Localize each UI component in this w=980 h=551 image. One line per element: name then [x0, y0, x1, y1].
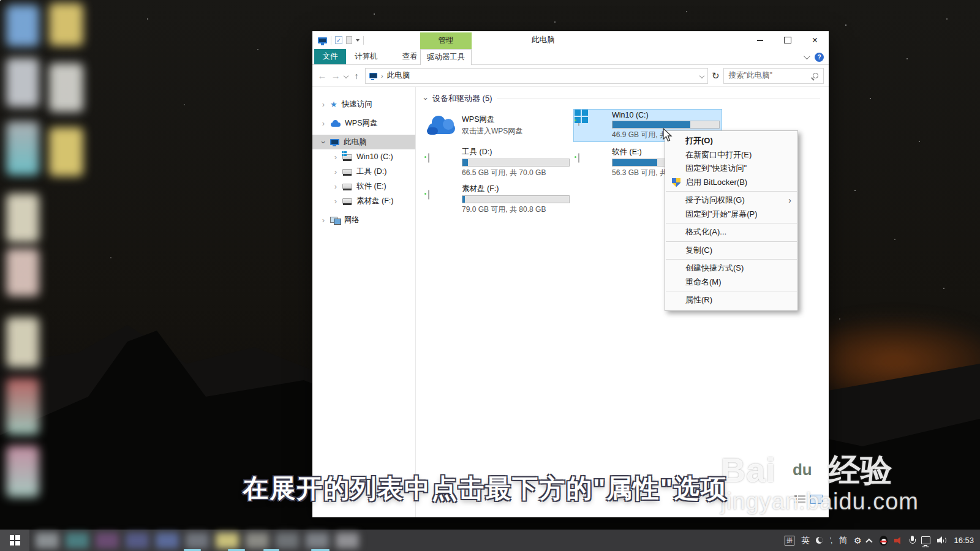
- menu-item-pin-quick-access[interactable]: 固定到"快速访问": [665, 162, 797, 176]
- menu-item-pin-to-start[interactable]: 固定到"开始"屏幕(P): [665, 208, 797, 222]
- tab-drive-tools[interactable]: 驱动器工具: [420, 49, 472, 65]
- back-icon[interactable]: ←: [317, 70, 327, 81]
- chevron-right-icon[interactable]: ›: [321, 119, 326, 128]
- uac-shield-icon: [672, 178, 680, 187]
- drive-icon: [428, 154, 455, 171]
- sidebar-item-drive-c[interactable]: › Win10 (C:): [312, 149, 415, 164]
- desktop-icon-blurred[interactable]: [6, 446, 39, 497]
- sidebar-item-drive-e[interactable]: › 软件 (E:): [312, 179, 415, 193]
- chevron-right-icon[interactable]: ›: [333, 182, 338, 191]
- search-input[interactable]: 搜索"此电脑": [723, 68, 824, 84]
- desktop-icon-blurred[interactable]: [6, 249, 39, 296]
- windows-drive-icon: [578, 117, 605, 135]
- chevron-right-icon[interactable]: ›: [321, 100, 326, 109]
- menu-item-create-shortcut[interactable]: 创建快捷方式(S): [665, 261, 797, 276]
- sidebar-item-drive-d[interactable]: › 工具 (D:): [312, 164, 415, 179]
- sidebar-item-drive-f[interactable]: › 素材盘 (F:): [312, 193, 415, 208]
- watermark: Bai du 经验 jingyan.baidu.com: [721, 442, 919, 515]
- network-icon[interactable]: [921, 536, 930, 544]
- new-folder-icon[interactable]: [346, 36, 352, 44]
- sidebar-item-wps-cloud[interactable]: › WPS网盘: [312, 116, 415, 130]
- gear-icon[interactable]: ⚙: [854, 536, 862, 545]
- tile-drive-d[interactable]: 工具 (D:) 66.5 GB 可用, 共 70.0 GB: [423, 146, 572, 179]
- qq-icon[interactable]: [880, 536, 888, 545]
- desktop-icon-blurred[interactable]: [49, 63, 83, 112]
- breadcrumb[interactable]: 此电脑: [387, 70, 410, 81]
- customize-qat-icon[interactable]: [356, 39, 360, 42]
- desktop-icon-blurred[interactable]: [6, 317, 39, 367]
- sound-app-icon[interactable]: [894, 537, 903, 544]
- windows-logo-icon: [575, 110, 588, 123]
- address-bar[interactable]: › 此电脑: [365, 68, 708, 84]
- desktop-icon-blurred[interactable]: [49, 3, 83, 46]
- ime-pinyin-icon[interactable]: 拼: [785, 536, 794, 545]
- microphone-icon[interactable]: [910, 536, 914, 545]
- menu-item-open[interactable]: 打开(O): [665, 134, 797, 148]
- address-dropdown-icon[interactable]: [699, 73, 704, 78]
- menu-item-rename[interactable]: 重命名(M): [665, 276, 797, 290]
- ime-status-mark: ʼ,: [829, 536, 832, 545]
- tile-drive-f[interactable]: 素材盘 (F:) 79.0 GB 可用, 共 80.8 GB: [423, 182, 572, 216]
- sidebar-item-network[interactable]: › 网络: [312, 212, 415, 227]
- desktop-icon-blurred[interactable]: [6, 5, 39, 47]
- chevron-right-icon[interactable]: ›: [333, 167, 338, 176]
- taskbar-clock[interactable]: 16:53: [954, 536, 974, 545]
- chevron-right-icon[interactable]: ›: [321, 216, 326, 225]
- search-placeholder: 搜索"此电脑": [729, 70, 772, 81]
- drive-name: 素材盘 (F:): [462, 184, 568, 194]
- volume-icon[interactable]: [937, 536, 947, 544]
- up-icon[interactable]: ↑: [352, 71, 361, 81]
- drive-name: 工具 (D:): [462, 147, 568, 157]
- chevron-down-icon[interactable]: ›: [319, 140, 328, 144]
- help-icon[interactable]: ?: [815, 53, 824, 62]
- chevron-right-icon[interactable]: ›: [333, 197, 338, 206]
- wps-cloud-icon: [427, 116, 456, 135]
- show-hidden-icons-chevron[interactable]: [866, 538, 873, 545]
- drive-desc: 双击进入WPS网盘: [462, 126, 568, 137]
- drive-icon: [342, 169, 352, 174]
- drive-capacity: 79.0 GB 可用, 共 80.8 GB: [462, 204, 568, 215]
- maximize-button[interactable]: [774, 31, 801, 49]
- tab-file[interactable]: 文件: [314, 49, 346, 64]
- group-header-label: 设备和驱动器 (5): [432, 93, 492, 104]
- star-icon: ★: [330, 100, 337, 109]
- quick-access-toolbar: ✓: [312, 36, 364, 45]
- taskbar-apps-blurred[interactable]: [29, 530, 359, 551]
- menu-item-give-access[interactable]: 授予访问权限(G)›: [665, 193, 797, 208]
- chevron-down-icon[interactable]: ›: [421, 96, 431, 101]
- drive-name: Win10 (C:): [612, 111, 718, 119]
- desktop-icon-blurred[interactable]: [6, 193, 39, 242]
- desktop-icon-blurred[interactable]: [6, 58, 39, 107]
- menu-item-open-new-window[interactable]: 在新窗口中打开(E): [665, 148, 797, 162]
- refresh-icon[interactable]: ↻: [712, 70, 720, 81]
- chevron-right-icon[interactable]: ›: [333, 152, 338, 162]
- properties-icon[interactable]: ✓: [335, 36, 342, 44]
- moon-icon[interactable]: [816, 537, 823, 544]
- menu-item-properties[interactable]: 属性(R): [665, 293, 797, 307]
- forward-icon[interactable]: →: [331, 70, 341, 81]
- tab-computer[interactable]: 计算机: [346, 49, 386, 64]
- menu-item-enable-bitlocker[interactable]: 启用 BitLocker(B): [665, 176, 797, 190]
- sidebar-item-this-pc[interactable]: › 此电脑: [312, 135, 415, 149]
- close-button[interactable]: ×: [801, 31, 829, 49]
- sidebar-item-quick-access[interactable]: › ★ 快速访问: [312, 97, 415, 111]
- desktop-icon-blurred[interactable]: [6, 121, 39, 175]
- minimize-button[interactable]: [746, 31, 774, 49]
- desktop-icon-blurred[interactable]: [6, 378, 39, 435]
- taskbar: 拼 英 ʼ, 简 ⚙ 16:53: [0, 530, 980, 551]
- drive-icon: [342, 198, 352, 204]
- start-button[interactable]: [0, 530, 29, 551]
- search-icon[interactable]: [813, 73, 818, 78]
- ime-language-indicator[interactable]: 英: [801, 535, 810, 546]
- title-bar[interactable]: ✓ 管理 此电脑 ×: [312, 31, 829, 49]
- expand-ribbon-icon[interactable]: [804, 53, 810, 59]
- menu-separator: [666, 241, 797, 242]
- menu-item-format[interactable]: 格式化(A)...: [665, 225, 797, 239]
- desktop-icon-blurred[interactable]: [49, 127, 83, 176]
- ime-simplified-indicator[interactable]: 简: [839, 535, 847, 546]
- recent-locations-icon[interactable]: [344, 73, 349, 78]
- tile-wps-cloud[interactable]: WPS网盘 双击进入WPS网盘: [423, 109, 572, 142]
- menu-item-copy[interactable]: 复制(C): [665, 244, 797, 258]
- group-header[interactable]: › 设备和驱动器 (5): [423, 93, 829, 104]
- network-icon: [330, 217, 340, 223]
